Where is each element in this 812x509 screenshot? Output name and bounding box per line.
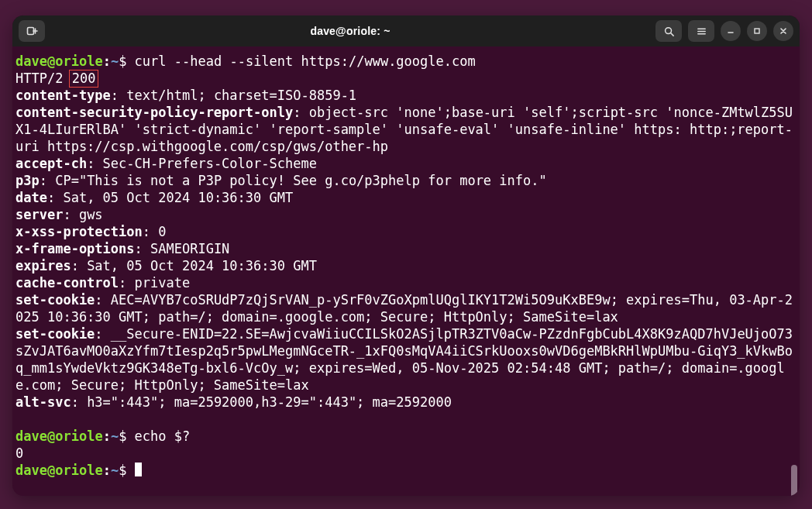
header-server-key: server [15, 207, 63, 222]
header-setcookie2-val: : __Secure-ENID=22.SE=AwjcvaWiiuCCILSkO2… [15, 326, 793, 393]
header-cache-val: : private [119, 275, 190, 291]
header-setcookie2-key: set-cookie [15, 326, 95, 342]
titlebar: dave@oriole: ~ [12, 15, 800, 46]
header-p3p-key: p3p [15, 173, 40, 188]
header-setcookie1-key: set-cookie [15, 292, 95, 308]
http-status-code-highlight: 200 [69, 70, 99, 88]
header-p3p-val: : CP="This is not a P3P policy! See g.co… [40, 173, 547, 188]
prompt-path: ~ [111, 53, 119, 69]
prompt-host-3: oriole [55, 463, 102, 478]
menu-button[interactable] [688, 20, 714, 42]
header-server-val: : gws [63, 207, 102, 222]
header-altsvc-key: alt-svc [15, 394, 71, 410]
header-xss-key: x-xss-protection [15, 224, 143, 239]
terminal-output: dave@oriole:~$ curl --head --silent http… [15, 53, 797, 479]
header-expires-val: : Sat, 05 Oct 2024 10:36:30 GMT [71, 258, 317, 273]
command-1: curl --head --silent https://www.google.… [126, 53, 475, 69]
command-2-output: 0 [15, 445, 23, 461]
header-altsvc-val: : h3=":443"; ma=2592000,h3-29=":443"; ma… [71, 394, 452, 410]
header-date-key: date [15, 190, 47, 205]
header-xss-val: : 0 [143, 224, 167, 239]
header-xframe-val: : SAMEORIGIN [135, 241, 230, 256]
prompt-host: oriole [55, 53, 102, 69]
header-csp-key: content-security-policy-report-only [15, 105, 293, 120]
http-status-suffix [98, 71, 106, 86]
prompt-dollar-3: $ [119, 463, 126, 478]
header-accept-ch-key: accept-ch [15, 156, 87, 171]
close-button[interactable] [773, 21, 793, 41]
maximize-icon [752, 26, 762, 36]
prompt-path-3: ~ [111, 463, 119, 478]
header-date-val: : Sat, 05 Oct 2024 10:36:30 GMT [47, 190, 293, 205]
prompt-colon-3: : [103, 463, 111, 478]
command-2: echo $? [126, 428, 190, 444]
header-cache-key: cache-control [15, 275, 119, 291]
window-title: dave@oriole: ~ [48, 25, 652, 37]
prompt-host-2: oriole [55, 428, 102, 444]
header-accept-ch-val: : Sec-CH-Prefers-Color-Scheme [87, 156, 317, 171]
new-tab-icon [26, 25, 38, 37]
search-button[interactable] [655, 20, 682, 42]
svg-rect-2 [755, 29, 759, 33]
prompt-dollar: $ [119, 53, 126, 69]
search-icon [663, 26, 675, 37]
prompt-dollar-2: $ [119, 428, 126, 444]
header-expires-key: expires [15, 258, 71, 273]
prompt-user: dave [15, 53, 47, 69]
http-status-prefix: HTTP/2 [15, 71, 71, 86]
prompt-at-3: @ [47, 463, 55, 478]
header-setcookie1-val: : AEC=AVYB7coSRUdP7zQjSrVAN_p-ySrF0vZGoX… [15, 292, 793, 325]
scrollbar-thumb[interactable] [791, 465, 797, 496]
prompt-user-3: dave [15, 463, 47, 478]
prompt-user-2: dave [15, 428, 47, 444]
prompt-colon: : [103, 53, 111, 69]
prompt-path-2: ~ [111, 428, 119, 444]
maximize-button[interactable] [747, 21, 767, 41]
terminal-window: dave@oriole: ~ [12, 15, 800, 496]
header-xframe-key: x-frame-options [15, 241, 135, 256]
header-content-type-val: : text/html; charset=ISO-8859-1 [111, 88, 356, 103]
prompt-colon-2: : [103, 428, 111, 444]
prompt-at-2: @ [47, 428, 55, 444]
cursor [135, 463, 142, 476]
close-icon [779, 26, 788, 36]
hamburger-icon [696, 26, 707, 37]
prompt-at: @ [47, 53, 55, 69]
minimize-icon [726, 26, 735, 36]
terminal-body[interactable]: dave@oriole:~$ curl --head --silent http… [12, 46, 800, 496]
header-content-type-key: content-type [15, 88, 111, 103]
minimize-button[interactable] [721, 21, 741, 41]
new-tab-button[interactable] [19, 20, 45, 42]
